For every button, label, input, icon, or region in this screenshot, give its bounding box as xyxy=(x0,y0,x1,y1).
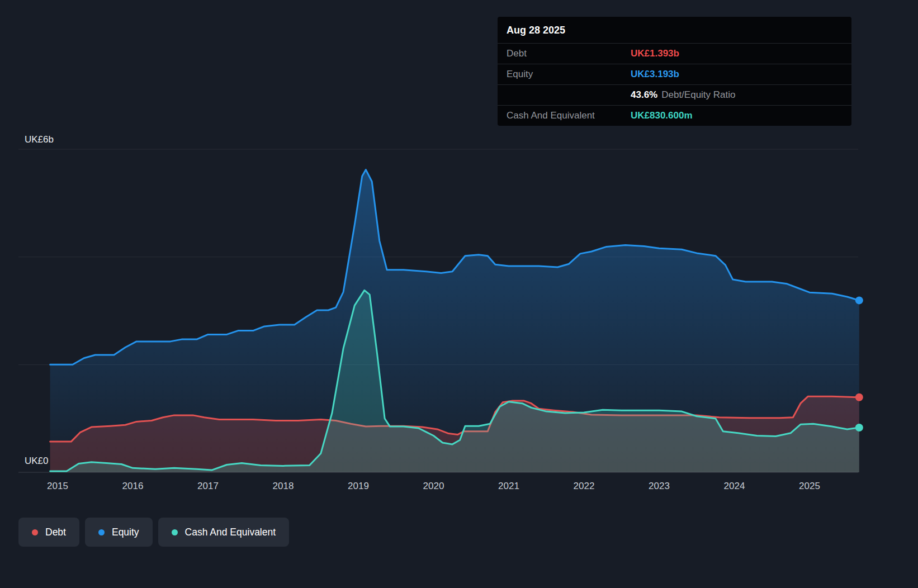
chart-tooltip: Aug 28 2025 Debt UK£1.393b Equity UK£3.1… xyxy=(498,17,851,126)
tooltip-equity-value: UK£3.193b xyxy=(631,69,679,80)
debt-end-marker xyxy=(855,393,863,401)
cash-dot-icon xyxy=(172,529,178,535)
debt-dot-icon xyxy=(32,529,38,535)
tooltip-cash-value: UK£830.600m xyxy=(631,110,693,121)
tooltip-row-equity: Equity UK£3.193b xyxy=(498,64,851,84)
tooltip-row-cash: Cash And Equivalent UK£830.600m xyxy=(498,105,851,126)
equity-end-marker xyxy=(855,296,863,304)
equity-dot-icon xyxy=(98,529,105,535)
tooltip-debt-value: UK£1.393b xyxy=(631,48,679,59)
legend-item-debt[interactable]: Debt xyxy=(18,518,79,547)
y-axis-label-top: UK£6b xyxy=(25,134,54,145)
cash-and-equivalent-end-marker xyxy=(855,424,863,431)
tooltip-ratio-label: Debt/Equity Ratio xyxy=(661,89,735,100)
legend-debt-label: Debt xyxy=(45,527,66,538)
legend-item-equity[interactable]: Equity xyxy=(85,518,153,547)
tooltip-row-ratio: 43.6%Debt/Equity Ratio xyxy=(498,84,851,105)
tooltip-ratio-value: 43.6% xyxy=(631,89,657,100)
tooltip-cash-label: Cash And Equivalent xyxy=(507,110,631,121)
tooltip-date: Aug 28 2025 xyxy=(498,17,851,43)
debt-equity-history-chart-page: { "tooltip": { "date": "Aug 28 2025", "d… xyxy=(0,0,918,588)
y-axis-label-bottom: UK£0 xyxy=(25,456,49,467)
tooltip-row-debt: Debt UK£1.393b xyxy=(498,43,851,64)
legend-item-cash[interactable]: Cash And Equivalent xyxy=(158,518,289,547)
chart-legend: Debt Equity Cash And Equivalent xyxy=(18,518,289,547)
legend-cash-label: Cash And Equivalent xyxy=(185,527,276,538)
tooltip-equity-label: Equity xyxy=(507,69,631,80)
legend-equity-label: Equity xyxy=(112,527,139,538)
tooltip-debt-label: Debt xyxy=(507,48,631,59)
